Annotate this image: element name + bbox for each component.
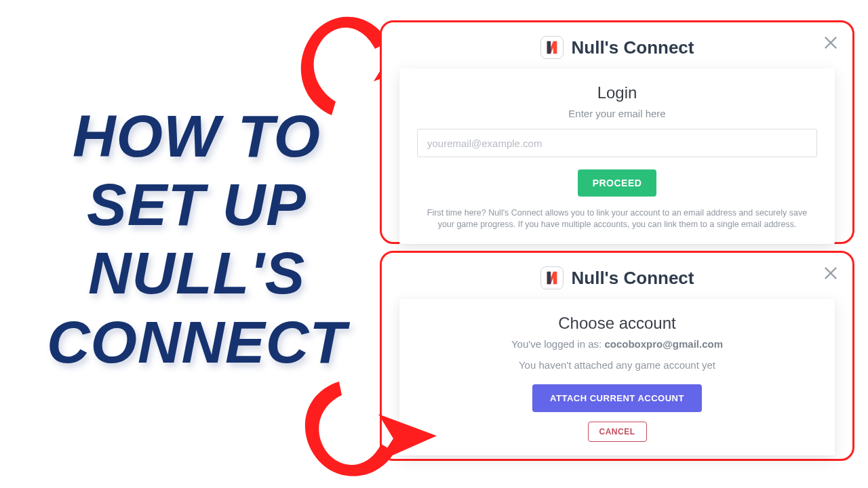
close-icon[interactable] bbox=[821, 33, 840, 52]
logged-in-line: You've logged in as: cocoboxpro@gmail.co… bbox=[417, 338, 817, 350]
login-card: Login Enter your email here PROCEED Firs… bbox=[399, 68, 835, 244]
choose-account-panel: Null's Connect Choose account You've log… bbox=[380, 251, 854, 461]
nulls-logo-icon bbox=[540, 36, 564, 59]
close-icon[interactable] bbox=[821, 264, 840, 283]
tutorial-headline: HOW TO SET UP NULL'S CONNECT bbox=[27, 102, 366, 376]
brand-title: Null's Connect bbox=[572, 268, 694, 289]
proceed-button[interactable]: PROCEED bbox=[578, 169, 657, 197]
logged-in-prefix: You've logged in as: bbox=[511, 338, 604, 350]
login-panel: Null's Connect Login Enter your email he… bbox=[380, 20, 854, 244]
login-fine-print: First time here? Null's Connect allows y… bbox=[417, 207, 817, 230]
panel-header: Null's Connect bbox=[399, 36, 835, 59]
email-field[interactable] bbox=[417, 129, 817, 157]
panel-header: Null's Connect bbox=[399, 266, 835, 289]
login-title: Login bbox=[417, 83, 817, 102]
choose-title: Choose account bbox=[417, 314, 817, 333]
attach-account-button[interactable]: ATTACH CURRENT ACCOUNT bbox=[532, 384, 702, 412]
no-account-message: You haven't attached any game account ye… bbox=[417, 359, 817, 371]
cancel-button[interactable]: CANCEL bbox=[588, 422, 647, 442]
login-subtitle: Enter your email here bbox=[417, 108, 817, 119]
logged-in-email: cocoboxpro@gmail.com bbox=[604, 338, 723, 350]
brand-title: Null's Connect bbox=[572, 37, 694, 58]
choose-card: Choose account You've logged in as: coco… bbox=[399, 299, 835, 455]
nulls-logo-icon bbox=[540, 266, 564, 289]
